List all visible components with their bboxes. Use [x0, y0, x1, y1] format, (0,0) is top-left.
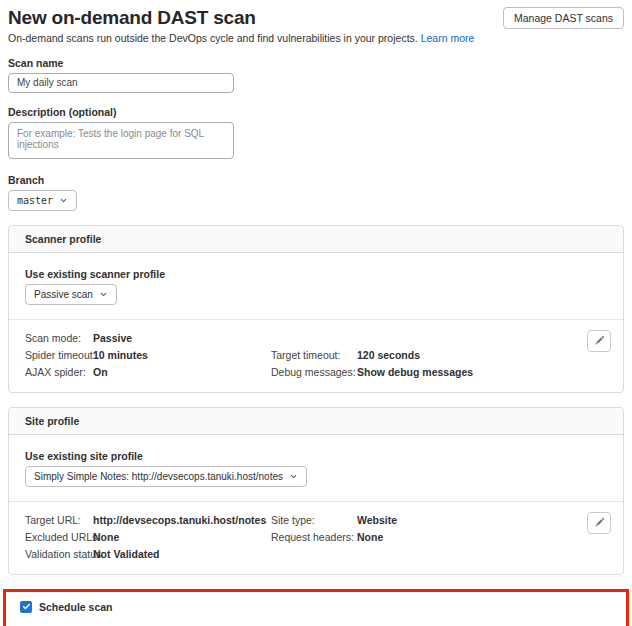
page-subtitle: On-demand scans run outside the DevOps c…: [8, 32, 474, 44]
site-profile-select-label: Use existing site profile: [25, 450, 607, 462]
scanner-profile-dropdown-value: Passive scan: [34, 289, 93, 300]
branch-dropdown-value: master: [17, 195, 53, 206]
scanner-profile-card-body: Use existing scanner profile Passive sca…: [9, 253, 623, 319]
chevron-down-icon: [289, 472, 298, 481]
schedule-scan-checkbox[interactable]: [20, 601, 32, 613]
summary-label: Site type:: [271, 514, 357, 526]
scanner-profile-dropdown[interactable]: Passive scan: [25, 284, 117, 305]
site-profile-card-title: Site profile: [9, 408, 623, 435]
schedule-scan-checkbox-label[interactable]: Schedule scan: [39, 601, 113, 613]
summary-label: Request headers:: [271, 531, 357, 543]
summary-label: Target timeout:: [271, 349, 357, 361]
branch-dropdown[interactable]: master: [8, 190, 77, 211]
summary-value: Show debug messages: [357, 366, 607, 378]
summary-value: On: [93, 366, 271, 378]
site-profile-card: Site profile Use existing site profile S…: [8, 407, 624, 575]
page-header-text: New on-demand DAST scan On-demand scans …: [8, 7, 474, 44]
summary-label: Debug messages:: [271, 366, 357, 378]
site-profile-summary-grid: Target URL: http://devsecops.tanuki.host…: [25, 514, 607, 560]
page-title: New on-demand DAST scan: [8, 7, 474, 29]
scanner-profile-select-label: Use existing scanner profile: [25, 268, 607, 280]
site-profile-summary: Target URL: http://devsecops.tanuki.host…: [9, 502, 623, 574]
summary-label: Spider timeout:: [25, 349, 93, 361]
learn-more-link[interactable]: Learn more: [421, 32, 475, 44]
chevron-down-icon: [99, 290, 108, 299]
new-dast-scan-page: New on-demand DAST scan On-demand scans …: [0, 0, 632, 626]
scan-name-input[interactable]: [8, 73, 234, 93]
description-label: Description (optional): [8, 106, 624, 118]
manage-dast-scans-button[interactable]: Manage DAST scans: [503, 7, 624, 29]
page-header: New on-demand DAST scan On-demand scans …: [8, 7, 624, 44]
description-textarea[interactable]: [8, 122, 234, 159]
chevron-down-icon: [59, 196, 68, 205]
scanner-profile-summary: Scan mode: Passive Spider timeout: 10 mi…: [9, 320, 623, 392]
pencil-icon: [594, 335, 605, 346]
schedule-scan-checkbox-row: Schedule scan: [20, 601, 626, 613]
edit-site-profile-button[interactable]: [587, 512, 611, 534]
site-profile-dropdown[interactable]: Simply Simple Notes: http://devsecops.ta…: [25, 466, 307, 487]
scan-name-label: Scan name: [8, 57, 624, 69]
page-subtitle-text: On-demand scans run outside the DevOps c…: [8, 32, 418, 44]
summary-value: None: [357, 531, 607, 543]
branch-label: Branch: [8, 174, 624, 186]
summary-value: None: [93, 531, 271, 543]
site-profile-card-body: Use existing site profile Simply Simple …: [9, 435, 623, 501]
summary-value: Website: [357, 514, 607, 526]
summary-value: 120 seconds: [357, 349, 607, 361]
pencil-icon: [594, 517, 605, 528]
summary-value: Not Validated: [93, 548, 271, 560]
summary-label: Target URL:: [25, 514, 93, 526]
site-profile-dropdown-value: Simply Simple Notes: http://devsecops.ta…: [34, 471, 283, 482]
summary-value: http://devsecops.tanuki.host/notes: [93, 514, 271, 526]
summary-label: Scan mode:: [25, 332, 93, 344]
schedule-scan-section: Schedule scan Start time Mountain Time (…: [3, 589, 629, 626]
scanner-profile-card-title: Scanner profile: [9, 226, 623, 253]
scanner-profile-summary-grid: Scan mode: Passive Spider timeout: 10 mi…: [25, 332, 607, 378]
summary-label: AJAX spider:: [25, 366, 93, 378]
summary-value: 10 minutes: [93, 349, 271, 361]
summary-label: Validation status:: [25, 548, 93, 560]
edit-scanner-profile-button[interactable]: [587, 330, 611, 352]
scanner-profile-card: Scanner profile Use existing scanner pro…: [8, 225, 624, 393]
summary-value: Passive: [93, 332, 271, 344]
summary-label: Excluded URLs:: [25, 531, 93, 543]
